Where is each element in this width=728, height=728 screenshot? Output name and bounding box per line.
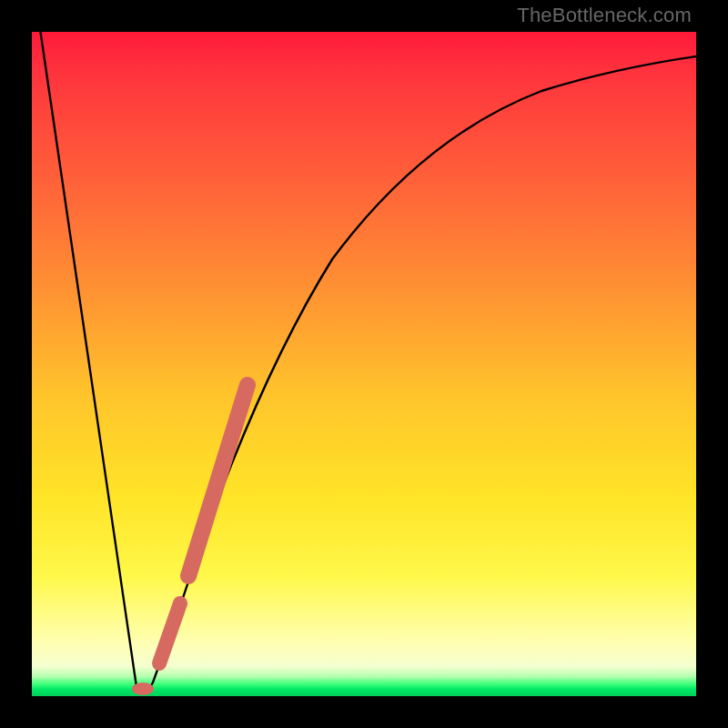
attribution-label: TheBottleneck.com [517, 4, 692, 27]
highlight-dot [132, 682, 154, 695]
bottleneck-curve [39, 32, 696, 693]
curve-layer [32, 32, 696, 696]
highlight-segment-lower [159, 603, 180, 663]
plot-area [32, 32, 696, 696]
highlight-segment-upper [188, 385, 248, 576]
